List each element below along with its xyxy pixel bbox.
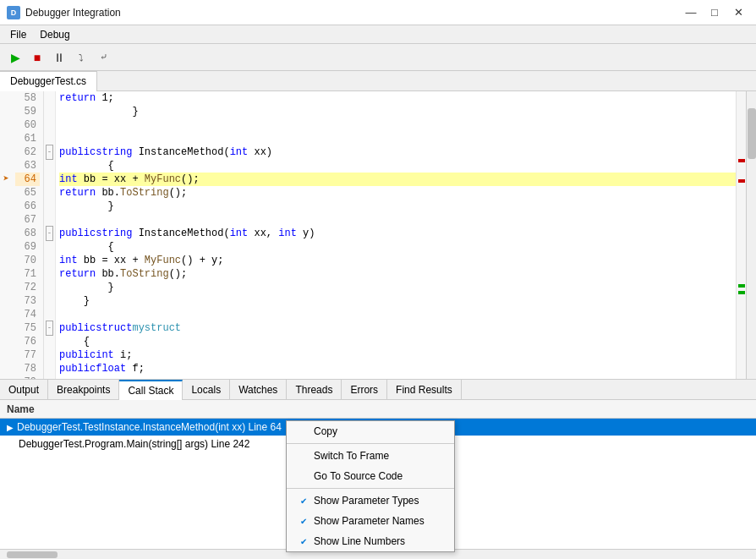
code-line: public struct mystruct bbox=[59, 321, 736, 335]
title-bar-left: D Debugger Integration bbox=[7, 6, 121, 19]
code-line: return 1; bbox=[59, 91, 736, 105]
fold-indicator bbox=[44, 105, 55, 118]
fold-indicator bbox=[44, 173, 55, 186]
bottom-tab-locals[interactable]: Locals bbox=[183, 380, 230, 400]
code-line: { bbox=[59, 335, 736, 348]
code-line: public int i; bbox=[59, 348, 736, 362]
callstack-column-header: Name bbox=[0, 400, 756, 419]
line-number: 68 bbox=[15, 227, 40, 240]
vertical-scrollbar[interactable] bbox=[746, 91, 756, 379]
stop-button[interactable]: ■ bbox=[27, 47, 47, 68]
file-tab-bar: DebuggerTest.cs bbox=[0, 71, 756, 91]
code-line: } bbox=[59, 200, 736, 213]
code-line: public string InstanceMethod(int xx, int… bbox=[59, 227, 736, 240]
bottom-tab-output[interactable]: Output bbox=[0, 380, 48, 400]
context-menu-check-item[interactable]: ✔Show Parameter Names bbox=[287, 511, 454, 531]
bottom-tab-bar: OutputBreakpointsCall StackLocalsWatches… bbox=[0, 380, 756, 400]
code-line bbox=[59, 375, 736, 379]
line-number: 71 bbox=[15, 267, 40, 281]
check-icon: ✔ bbox=[300, 537, 314, 546]
fold-indicator bbox=[44, 213, 55, 227]
code-line: } bbox=[59, 105, 736, 118]
fold-indicator bbox=[44, 240, 55, 254]
bottom-tab-watches[interactable]: Watches bbox=[230, 380, 287, 400]
menu-file[interactable]: File bbox=[3, 27, 33, 42]
scrollbar-thumb[interactable] bbox=[748, 108, 756, 159]
step-in-button[interactable]: ⤶ bbox=[93, 47, 113, 68]
ok-marker-2 bbox=[738, 291, 745, 294]
line-number: 77 bbox=[15, 348, 40, 362]
code-line: } bbox=[59, 294, 736, 308]
context-menu-check-item[interactable]: ✔Show Parameter Types bbox=[287, 490, 454, 511]
toolbar: ▶ ■ ⏸ ⤵ ⤶ bbox=[0, 44, 756, 71]
line-number: 76 bbox=[15, 335, 40, 348]
context-menu-separator bbox=[287, 443, 454, 444]
code-line: public float f; bbox=[59, 362, 736, 375]
fold-indicator bbox=[44, 159, 55, 173]
line-number: 72 bbox=[15, 281, 40, 294]
file-tab-debuggertest[interactable]: DebuggerTest.cs bbox=[0, 71, 97, 91]
line-number: 79 bbox=[15, 375, 40, 379]
fold-indicator[interactable]: - bbox=[44, 227, 55, 240]
check-icon: ✔ bbox=[300, 517, 314, 526]
code-line: return bb.ToString(); bbox=[59, 267, 736, 281]
line-number: 73 bbox=[15, 294, 40, 308]
pause-button[interactable]: ⏸ bbox=[49, 47, 69, 68]
fold-gutter: ---- bbox=[44, 91, 56, 379]
line-number: 67 bbox=[15, 213, 40, 227]
window-title: Debugger Integration bbox=[25, 7, 121, 19]
fold-indicator bbox=[44, 200, 55, 213]
window-controls: — □ ✕ bbox=[680, 3, 749, 22]
fold-indicator bbox=[44, 335, 55, 348]
line-number: 64 bbox=[15, 173, 40, 186]
h-scrollbar-thumb[interactable] bbox=[7, 551, 58, 558]
line-number: 62 bbox=[15, 145, 40, 159]
bottom-tab-errors[interactable]: Errors bbox=[342, 380, 387, 400]
context-menu-item[interactable]: Copy bbox=[287, 421, 454, 441]
context-menu-check-item[interactable]: ✔Show Line Numbers bbox=[287, 531, 454, 551]
fold-indicator bbox=[44, 91, 55, 105]
maximize-button[interactable]: □ bbox=[704, 3, 726, 22]
menu-bar: File Debug bbox=[0, 25, 756, 44]
line-number: 59 bbox=[15, 105, 40, 118]
context-menu-item[interactable]: Switch To Frame bbox=[287, 446, 454, 466]
line-number: 75 bbox=[15, 321, 40, 335]
fold-indicator[interactable]: - bbox=[44, 145, 55, 159]
code-line bbox=[59, 132, 736, 145]
minimize-button[interactable]: — bbox=[680, 3, 702, 22]
line-number: 70 bbox=[15, 254, 40, 267]
fold-indicator bbox=[44, 186, 55, 200]
code-line bbox=[59, 213, 736, 227]
code-line: } bbox=[59, 281, 736, 294]
line-numbers: 5859606162636465666768697071727374757677… bbox=[12, 91, 44, 379]
code-editor: ➤ 58596061626364656667686970717273747576… bbox=[0, 91, 756, 379]
context-menu-item[interactable]: Go To Source Code bbox=[287, 466, 454, 486]
stack-row-label: DebuggerTest.Program.Main(string[] args)… bbox=[19, 438, 249, 450]
line-number: 74 bbox=[15, 308, 40, 321]
bottom-tab-call-stack[interactable]: Call Stack bbox=[119, 380, 183, 400]
play-button[interactable]: ▶ bbox=[5, 47, 25, 68]
code-line: int bb = xx + MyFunc(); bbox=[59, 173, 736, 186]
code-line: public string InstanceMethod(int xx) bbox=[59, 145, 736, 159]
context-menu-separator bbox=[287, 488, 454, 489]
bottom-tab-breakpoints[interactable]: Breakpoints bbox=[48, 380, 119, 400]
line-number: 61 bbox=[15, 132, 40, 145]
stack-row-label: DebuggerTest.TestInstance.InstanceMethod… bbox=[17, 421, 282, 433]
fold-indicator bbox=[44, 375, 55, 379]
breakpoint-gutter: ➤ bbox=[0, 91, 12, 379]
fold-indicator[interactable]: - bbox=[44, 321, 55, 335]
code-line bbox=[59, 308, 736, 321]
close-button[interactable]: ✕ bbox=[727, 3, 749, 22]
code-content: return 1; } public string InstanceMethod… bbox=[56, 91, 736, 379]
code-line bbox=[59, 118, 736, 132]
menu-debug[interactable]: Debug bbox=[33, 27, 76, 42]
fold-indicator bbox=[44, 281, 55, 294]
step-over-button[interactable]: ⤵ bbox=[71, 47, 91, 68]
right-markers bbox=[736, 91, 746, 379]
line-number: 69 bbox=[15, 240, 40, 254]
bottom-tab-threads[interactable]: Threads bbox=[287, 380, 342, 400]
bottom-tab-find-results[interactable]: Find Results bbox=[387, 380, 462, 400]
line-number: 78 bbox=[15, 362, 40, 375]
app-icon: D bbox=[7, 6, 20, 19]
editor-area[interactable]: ➤ 58596061626364656667686970717273747576… bbox=[0, 91, 756, 379]
